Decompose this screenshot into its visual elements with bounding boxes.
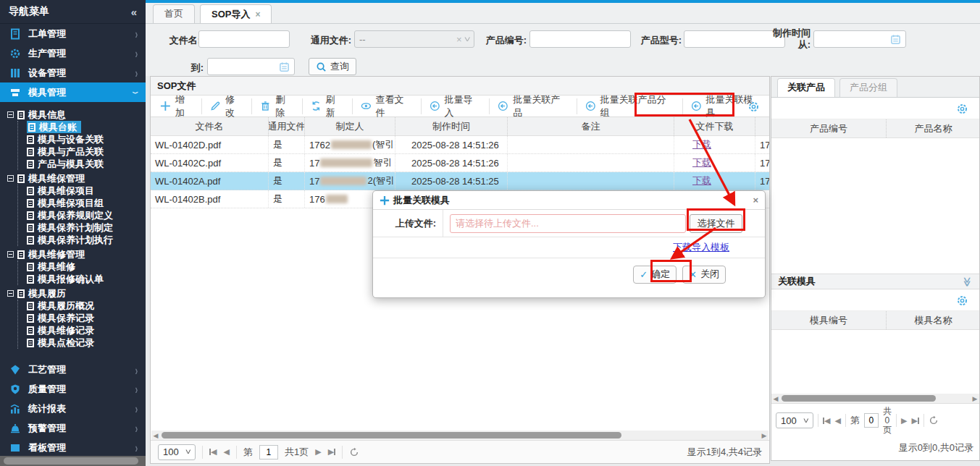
sidebar-item-mold[interactable]: 模具管理 ›	[0, 82, 146, 102]
tree-item[interactable]: 模具维保项目	[27, 185, 99, 197]
tree-item[interactable]: 模具与产品关联	[27, 145, 108, 158]
collapse-minus-icon[interactable]	[7, 175, 14, 182]
tree-item[interactable]: 模具维修记录	[27, 324, 99, 336]
tab-product-group[interactable]: 产品分组	[839, 78, 897, 97]
page-size-select[interactable]: 100 ˅	[776, 412, 813, 428]
confirm-button[interactable]: ✓ 确定	[633, 266, 677, 284]
choose-file-button[interactable]: 选择文件	[690, 214, 742, 233]
scroll-right-icon[interactable]: ▶	[971, 395, 979, 402]
view-file-button[interactable]: 查看文件	[353, 98, 422, 114]
add-button[interactable]: 增加	[152, 98, 202, 114]
sidebar-item-report[interactable]: 统计报表 ›	[0, 399, 146, 418]
tab-bar: 首页 SOP导入 ×	[146, 3, 980, 24]
sidebar-item-alert[interactable]: 预警管理 ›	[0, 418, 146, 438]
tree-item[interactable]: 模具点检记录	[27, 336, 99, 349]
tab-sop-import[interactable]: SOP导入 ×	[200, 4, 272, 23]
first-page-button[interactable]: ◀	[823, 416, 830, 425]
tree-item[interactable]: 模具与设备关联	[27, 133, 108, 145]
scrollbar-thumb[interactable]	[782, 395, 936, 402]
make-time-from-input[interactable]	[813, 30, 906, 48]
collapse-minus-icon[interactable]	[7, 290, 14, 297]
close-icon[interactable]: ×	[255, 6, 260, 23]
tree-node-maintenance-mgmt[interactable]: 模具维保管理	[7, 172, 89, 185]
product-no-input[interactable]	[529, 30, 631, 48]
prev-page-button[interactable]: ◀	[834, 416, 840, 425]
common-file-select[interactable]: -- × ˅	[354, 30, 474, 48]
clear-icon[interactable]: ×	[456, 34, 462, 45]
sidebar-collapse-icon[interactable]: «	[131, 6, 137, 18]
table-row-selected[interactable]: WL-01402A.pdf 是 172(智引 2025-08-28 14:51:…	[151, 172, 769, 190]
settings-gear-icon[interactable]	[747, 101, 760, 113]
table-row[interactable]: WL-01402D.pdf 是 1762(智引 2025-08-28 14:51…	[151, 136, 769, 154]
reload-icon[interactable]	[929, 415, 939, 425]
page-number-input[interactable]	[864, 413, 879, 428]
calendar-icon[interactable]	[890, 34, 901, 45]
collapse-minus-icon[interactable]	[7, 251, 14, 258]
scroll-left-icon[interactable]: ◀	[151, 432, 160, 439]
chevron-down-icon: ˅	[185, 448, 191, 456]
tree-item[interactable]: 模具保养计划制定	[27, 221, 117, 234]
batch-import-button[interactable]: 批量导入	[422, 98, 490, 114]
download-link[interactable]: 下载	[692, 156, 711, 169]
tree-item[interactable]: 模具维保项目组	[27, 197, 108, 209]
first-page-button[interactable]: ◀	[209, 447, 217, 457]
sidebar-item-quality[interactable]: 质量管理 ›	[0, 379, 146, 399]
tree-item[interactable]: 模具履历概况	[27, 300, 99, 312]
download-link[interactable]: 下载	[692, 174, 711, 187]
chevron-down-icon: ˅	[803, 417, 809, 425]
batch-link-product-button[interactable]: 批量关联产品	[490, 98, 577, 114]
collapse-double-chevron-icon[interactable]: ≫	[963, 276, 973, 287]
reload-icon[interactable]	[349, 447, 359, 457]
sidebar-hscrollbar[interactable]	[0, 456, 146, 466]
query-button[interactable]: 查询	[309, 58, 356, 75]
download-template-link[interactable]: 下载导入模板	[673, 241, 729, 254]
last-page-button[interactable]: ▶	[911, 416, 918, 425]
edit-button[interactable]: 修改	[202, 98, 252, 114]
tree-node-repair-mgmt[interactable]: 模具维修管理	[7, 248, 89, 260]
tree-item[interactable]: 模具保养计划执行	[27, 234, 117, 246]
close-icon[interactable]: ×	[753, 195, 758, 206]
download-link[interactable]: 下载	[692, 138, 711, 151]
tree-item[interactable]: 模具报修确认单	[27, 273, 108, 285]
sidebar-item-kanban[interactable]: 看板管理 ›	[0, 438, 146, 457]
settings-gear-icon[interactable]	[956, 103, 968, 115]
scrollbar-thumb[interactable]	[162, 432, 621, 439]
page-number-input[interactable]	[259, 445, 278, 459]
next-page-button[interactable]: ▶	[315, 447, 321, 457]
tree-node-mold-info[interactable]: 模具信息	[7, 109, 70, 121]
related-hscrollbar[interactable]: ◀ ▶	[771, 394, 979, 403]
sidebar-hscrollbar-thumb[interactable]	[4, 457, 138, 465]
scroll-right-icon[interactable]: ▶	[760, 432, 768, 439]
upload-file-input[interactable]	[450, 214, 686, 233]
tab-home[interactable]: 首页	[153, 4, 195, 23]
refresh-button[interactable]: 刷新	[303, 98, 353, 114]
scroll-left-icon[interactable]: ◀	[771, 395, 780, 402]
page-size-select[interactable]: 100 ˅	[158, 444, 196, 460]
file-name-input[interactable]	[198, 30, 290, 48]
tree-item[interactable]: 模具保养记录	[27, 312, 99, 324]
tree-item[interactable]: 产品与模具关联	[27, 158, 108, 170]
next-page-button[interactable]: ▶	[901, 416, 907, 425]
delete-button[interactable]: 删除	[252, 98, 302, 114]
tab-related-product[interactable]: 关联产品	[777, 78, 835, 97]
make-time-to-input[interactable]	[207, 58, 295, 75]
settings-gear-icon[interactable]	[956, 295, 968, 307]
sop-table-header: 文件名 通用文件 制定人 制作时间 备注 文件下载	[151, 117, 769, 136]
tree-node-history[interactable]: 模具履历	[7, 287, 70, 300]
tree-item-mold-ledger[interactable]: 模具台账	[27, 121, 81, 133]
sidebar-item-production[interactable]: 生产管理 ›	[0, 43, 146, 63]
sop-hscrollbar[interactable]: ◀ ▶	[151, 431, 768, 440]
collapse-minus-icon[interactable]	[7, 111, 14, 118]
table-row[interactable]: WL-01402C.pdf 是 17智引 2025-08-28 14:51:26…	[151, 154, 769, 172]
sidebar-item-process[interactable]: 工艺管理 ›	[0, 360, 146, 379]
sidebar-item-workorder[interactable]: 工单管理 ›	[0, 24, 146, 43]
sidebar-item-equipment[interactable]: 设备管理 ›	[0, 63, 146, 82]
calendar-icon[interactable]	[279, 62, 290, 72]
close-button[interactable]: ✕ 关闭	[682, 266, 726, 284]
tree-item[interactable]: 模具维修	[27, 260, 80, 273]
prev-page-button[interactable]: ◀	[223, 447, 229, 457]
last-page-button[interactable]: ▶	[328, 447, 335, 457]
batch-link-product-group-button[interactable]: 批量关联产品分组	[577, 98, 683, 114]
document-icon	[9, 28, 21, 40]
tree-item[interactable]: 模具保养规则定义	[27, 209, 117, 221]
